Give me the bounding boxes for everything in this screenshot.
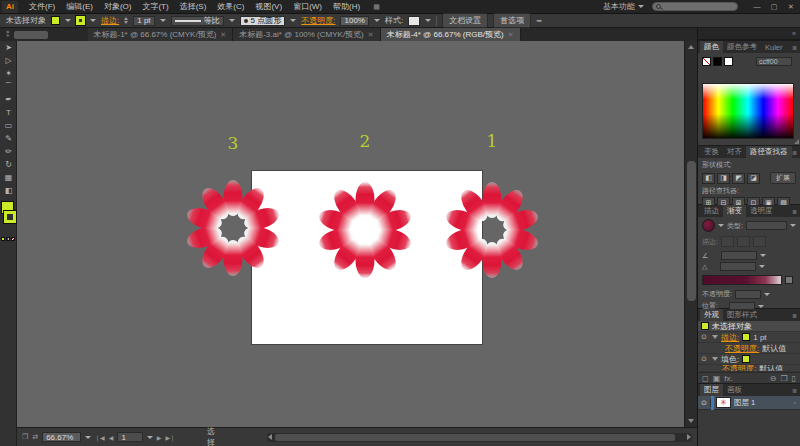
pen-tool[interactable]: ✒ (0, 93, 17, 106)
next-artboard-button[interactable]: ▶ (157, 434, 162, 441)
scroll-right-icon[interactable] (687, 434, 691, 440)
none-swatch[interactable] (702, 57, 711, 66)
layer-visibility-eye-icon[interactable]: ⊙ (698, 399, 711, 407)
tab-stroke[interactable]: 描边 (700, 205, 723, 217)
tab-pathfinder[interactable]: 路径查找器 (746, 146, 792, 158)
status-icon-2[interactable]: ⇄ (32, 433, 38, 441)
pencil-tool[interactable]: ✏ (0, 145, 17, 158)
layer-row-1[interactable]: ⊙ ✳ 图层 1 ◦ (698, 396, 800, 410)
doc-tab-3-active[interactable]: 未标题-4* @ 66.67% (RGB/预览) ✕ (381, 28, 521, 41)
width-profile-dropdown[interactable]: 等比 (171, 16, 224, 26)
menu-file[interactable]: 文件(F) (24, 0, 60, 13)
unite-button[interactable]: ◧ (702, 173, 715, 184)
horizontal-scroll-thumb[interactable] (275, 434, 675, 441)
tab-gradient[interactable]: 渐变 (723, 205, 746, 217)
opacity-attr-link[interactable]: 不透明度: (725, 343, 759, 354)
intersect-button[interactable]: ◩ (732, 173, 745, 184)
minus-front-button[interactable]: ◨ (717, 173, 730, 184)
menu-type[interactable]: 文字(T) (137, 0, 173, 13)
angle-dropdown-icon[interactable] (760, 254, 766, 257)
rectangle-tool[interactable]: ▭ (0, 119, 17, 132)
style-swatch[interactable] (408, 16, 420, 26)
brush-dropdown-icon[interactable] (290, 19, 296, 22)
stroke-weight-stepper[interactable] (124, 17, 128, 24)
arrange-documents-icon[interactable]: ▦ (373, 3, 380, 11)
first-artboard-button[interactable]: ❘◀ (95, 434, 105, 441)
tab-appearance[interactable]: 外观 (700, 309, 723, 321)
minimize-button[interactable]: — (752, 3, 762, 11)
appearance-fill-row[interactable]: ⊙ 填色: (698, 354, 800, 365)
preferences-button[interactable]: 首选项 (493, 13, 531, 28)
maximize-button[interactable]: ▢ (769, 3, 779, 11)
fill-attr-swatch[interactable] (742, 355, 750, 363)
style-dropdown-icon[interactable] (425, 19, 431, 22)
expand-row-icon[interactable] (712, 335, 718, 339)
artboard-dropdown-icon[interactable] (147, 436, 153, 439)
scroll-up-icon[interactable] (688, 45, 694, 49)
stroke-panel-link[interactable]: 描边: (101, 15, 119, 26)
menu-object[interactable]: 对象(O) (99, 0, 137, 13)
panel-menu-icon[interactable]: ≣ (792, 44, 797, 51)
fill-color-swatch[interactable] (51, 16, 60, 25)
tab-color-guide[interactable]: 颜色参考 (723, 41, 761, 53)
zoom-dropdown-icon[interactable] (85, 436, 91, 439)
collapse-panels-icon[interactable]: » (792, 30, 796, 37)
workspace-switcher[interactable]: 基本功能 (603, 1, 644, 12)
aspect-ratio-field[interactable] (720, 262, 756, 271)
layer-target-icon[interactable]: ◦ (794, 399, 796, 406)
tab-transparency[interactable]: 透明度 (746, 205, 777, 217)
menu-view[interactable]: 视图(V) (250, 0, 287, 13)
stroke-attr-swatch[interactable] (742, 333, 750, 341)
canvas[interactable]: 3 2 1 (17, 41, 684, 427)
duplicate-item-button[interactable]: ❒ (780, 374, 787, 383)
opacity-attr-link[interactable]: 不透明度: (722, 365, 756, 372)
stroke-proxy-swatch[interactable] (4, 211, 16, 223)
menu-edit[interactable]: 编辑(E) (61, 0, 98, 13)
fill-dropdown-icon[interactable] (65, 19, 71, 22)
tab-align[interactable]: 对齐 (723, 146, 746, 158)
panel-menu-icon[interactable]: ≣ (792, 149, 797, 156)
new-fill-button[interactable]: ▣ (713, 374, 721, 383)
stroke-dropdown-icon[interactable] (90, 19, 96, 22)
control-bar-flow-icon[interactable]: ➥ (536, 17, 542, 25)
document-setup-button[interactable]: 文档设置 (442, 13, 488, 28)
type-dropdown-icon[interactable] (790, 224, 796, 227)
menu-select[interactable]: 选择(S) (175, 0, 212, 13)
exclude-button[interactable]: ◪ (747, 173, 760, 184)
appearance-opacity-row[interactable]: 不透明度: 默认值 (698, 343, 800, 354)
opacity-dropdown-icon[interactable] (374, 19, 380, 22)
last-artboard-button[interactable]: ▶❘ (165, 434, 175, 441)
gradient-mode-button[interactable] (6, 237, 10, 241)
rotate-tool[interactable]: ↻ (0, 158, 17, 171)
brush-dropdown[interactable]: 5 点圆形 (240, 16, 286, 26)
layer-name[interactable]: 图层 1 (734, 398, 794, 408)
none-mode-button[interactable] (11, 237, 15, 241)
panel-menu-icon[interactable]: ≣ (792, 208, 797, 215)
panel-resize-grip[interactable] (794, 139, 799, 144)
aspect-dropdown-icon[interactable] (759, 265, 765, 268)
scroll-left-icon[interactable] (268, 434, 272, 440)
delete-item-button[interactable]: ▯ (792, 374, 796, 383)
paintbrush-tool[interactable]: ✎ (0, 132, 17, 145)
clear-appearance-button[interactable]: ⊖ (770, 374, 777, 383)
color-mode-button[interactable] (1, 237, 5, 241)
opacity-field[interactable]: 100% (340, 16, 368, 26)
stroke-weight-dropdown-icon[interactable] (160, 19, 166, 22)
menu-window[interactable]: 窗口(W) (288, 0, 327, 13)
layer-thumbnail[interactable]: ✳ (716, 397, 731, 408)
panel-menu-icon[interactable]: ≣ (792, 312, 797, 319)
tab-transform[interactable]: 变换 (700, 146, 723, 158)
horizontal-scrollbar[interactable] (267, 433, 692, 442)
hex-value-field[interactable]: ccff00 (756, 57, 792, 66)
reverse-gradient-button[interactable] (785, 276, 793, 284)
flower-3[interactable] (185, 180, 281, 276)
stroke-color-swatch[interactable] (76, 16, 85, 25)
lasso-tool[interactable]: ⌒ (0, 80, 17, 93)
tab-artboards[interactable]: 画板 (723, 384, 746, 396)
new-stroke-button[interactable]: ◻ (702, 374, 709, 383)
prev-artboard-button[interactable]: ◀ (109, 434, 114, 441)
add-effect-button[interactable]: fx. (724, 374, 732, 383)
vertical-scrollbar[interactable] (684, 41, 697, 427)
location-dropdown-icon[interactable] (758, 305, 764, 308)
close-button[interactable]: ✕ (786, 3, 796, 11)
